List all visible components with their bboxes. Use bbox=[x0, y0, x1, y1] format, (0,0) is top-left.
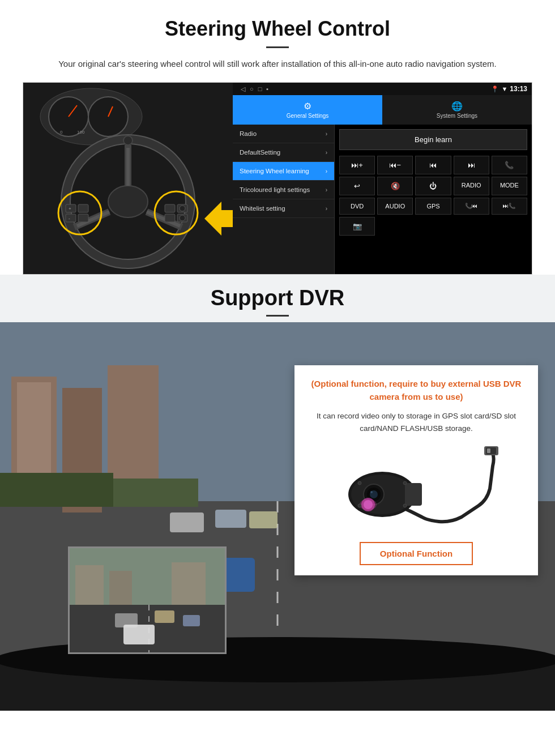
dvr-thumbnail bbox=[68, 546, 227, 654]
svg-text:-: - bbox=[69, 216, 70, 221]
svg-rect-53 bbox=[183, 615, 200, 626]
ctrl-audio[interactable]: AUDIO bbox=[377, 198, 413, 215]
status-icons: 📍 ▼ 13:13 bbox=[491, 85, 527, 93]
settings-menu: Radio › DefaultSetting › Steering Wheel … bbox=[233, 125, 335, 274]
android-ui: ◁ ○ □ ▪ 📍 ▼ 13:13 ⚙ General Settings bbox=[233, 83, 532, 274]
ctrl-phone[interactable]: 📞 bbox=[492, 156, 527, 174]
ui-composite: 0 100 bbox=[23, 82, 532, 275]
gear-icon: ⚙ bbox=[304, 101, 311, 112]
menu-item-whitelist[interactable]: Whitelist setting › bbox=[233, 199, 334, 218]
dvr-description: It can record video only to storage in G… bbox=[308, 410, 524, 434]
title-divider bbox=[266, 46, 289, 48]
menu-item-radio[interactable]: Radio › bbox=[233, 125, 334, 143]
svg-text:0: 0 bbox=[60, 130, 63, 135]
svg-text:100: 100 bbox=[77, 130, 85, 135]
ctrl-mode[interactable]: MODE bbox=[492, 177, 527, 195]
svg-point-29 bbox=[180, 206, 185, 211]
svg-rect-57 bbox=[109, 571, 132, 605]
ctrl-mute[interactable]: 🔇 bbox=[377, 177, 413, 195]
svg-point-74 bbox=[358, 504, 361, 507]
ctrl-vol-down[interactable]: ⏮− bbox=[377, 156, 413, 174]
dvr-info-card: (Optional function, require to buy exter… bbox=[294, 365, 538, 575]
svg-point-75 bbox=[403, 504, 407, 507]
svg-rect-52 bbox=[155, 610, 174, 623]
ctrl-phone-prev[interactable]: 📞⏮ bbox=[454, 198, 489, 215]
home-icon[interactable]: ○ bbox=[250, 86, 254, 92]
time-display: 13:13 bbox=[510, 85, 527, 93]
optional-function-button[interactable]: Optional Function bbox=[360, 542, 473, 565]
svg-text:+: + bbox=[69, 206, 71, 211]
begin-learn-button[interactable]: Begin learn bbox=[339, 129, 527, 150]
svg-point-31 bbox=[123, 136, 133, 145]
svg-rect-44 bbox=[249, 511, 278, 528]
svg-rect-26 bbox=[165, 214, 175, 222]
dvr-background: Support DVR bbox=[0, 275, 555, 711]
tab-general[interactable]: ⚙ General Settings bbox=[233, 95, 382, 125]
dvr-section: Support DVR bbox=[0, 275, 555, 711]
dvr-divider bbox=[266, 315, 289, 317]
svg-rect-68 bbox=[405, 483, 422, 506]
svg-rect-21 bbox=[78, 214, 88, 222]
ctrl-gps[interactable]: GPS bbox=[415, 198, 451, 215]
svg-point-73 bbox=[403, 481, 407, 485]
recent-icon[interactable]: □ bbox=[258, 86, 262, 92]
ctrl-radio[interactable]: RADIO bbox=[454, 177, 489, 195]
gps-icon: 📍 bbox=[491, 86, 499, 93]
svg-rect-25 bbox=[165, 204, 175, 212]
tab-system[interactable]: 🌐 System Settings bbox=[382, 95, 532, 125]
svg-rect-40 bbox=[0, 473, 113, 507]
ctrl-power[interactable]: ⏻ bbox=[415, 177, 451, 195]
system-icon: 🌐 bbox=[451, 101, 463, 112]
ctrl-next[interactable]: ⏭ bbox=[454, 156, 489, 174]
dvr-title-area: Support DVR bbox=[0, 275, 555, 322]
settings-tabs: ⚙ General Settings 🌐 System Settings bbox=[233, 95, 532, 125]
svg-point-30 bbox=[180, 215, 185, 221]
menu-item-steering[interactable]: Steering Wheel learning › bbox=[233, 162, 334, 181]
menu-item-tricolour[interactable]: Tricoloured light settings › bbox=[233, 181, 334, 199]
svg-rect-41 bbox=[113, 479, 198, 507]
ctrl-back[interactable]: ↩ bbox=[339, 177, 375, 195]
svg-rect-43 bbox=[215, 510, 246, 528]
android-statusbar: ◁ ○ □ ▪ 📍 ▼ 13:13 bbox=[233, 83, 532, 95]
svg-rect-61 bbox=[487, 449, 490, 453]
ctrl-vol-up[interactable]: ⏭+ bbox=[339, 156, 375, 174]
back-icon[interactable]: ◁ bbox=[241, 86, 245, 93]
menu-item-default[interactable]: DefaultSetting › bbox=[233, 143, 334, 162]
svg-point-71 bbox=[360, 499, 377, 510]
menu-icon[interactable]: ▪ bbox=[266, 86, 268, 92]
steering-section: Steering Wheel Control Your original car… bbox=[0, 0, 555, 275]
control-grid: ⏭+ ⏮− ⏮ ⏭ 📞 ↩ 🔇 ⏻ RADIO MODE DVD AUDIO bbox=[339, 156, 527, 236]
steering-title: Steering Wheel Control bbox=[23, 17, 532, 41]
ctrl-phone-next[interactable]: ⏭📞 bbox=[492, 198, 527, 215]
settings-body: Radio › DefaultSetting › Steering Wheel … bbox=[233, 125, 532, 274]
dvr-camera-area bbox=[308, 443, 524, 534]
svg-rect-19 bbox=[66, 214, 76, 222]
svg-rect-56 bbox=[75, 565, 104, 605]
svg-rect-58 bbox=[172, 562, 206, 605]
svg-rect-54 bbox=[123, 625, 155, 644]
svg-point-67 bbox=[370, 491, 373, 493]
ctrl-prev[interactable]: ⏮ bbox=[415, 156, 451, 174]
dvr-title: Support DVR bbox=[0, 286, 555, 310]
ctrl-dvd[interactable]: DVD bbox=[339, 198, 375, 215]
svg-rect-20 bbox=[78, 204, 88, 212]
svg-point-10 bbox=[108, 186, 148, 217]
settings-content: Begin learn ⏭+ ⏮− ⏮ ⏭ 📞 ↩ 🔇 ⏻ RADIO MODE bbox=[335, 125, 532, 274]
wifi-icon: ▼ bbox=[501, 86, 507, 92]
steering-subtitle: Your original car's steering wheel contr… bbox=[45, 57, 510, 71]
svg-rect-42 bbox=[170, 512, 204, 532]
steering-wheel-photo: 0 100 bbox=[23, 83, 233, 275]
svg-point-72 bbox=[358, 481, 361, 485]
dvr-thumbnail-inner bbox=[70, 548, 225, 652]
dvr-optional-text: (Optional function, require to buy exter… bbox=[308, 378, 524, 403]
ctrl-camera[interactable]: 📷 bbox=[339, 217, 375, 236]
